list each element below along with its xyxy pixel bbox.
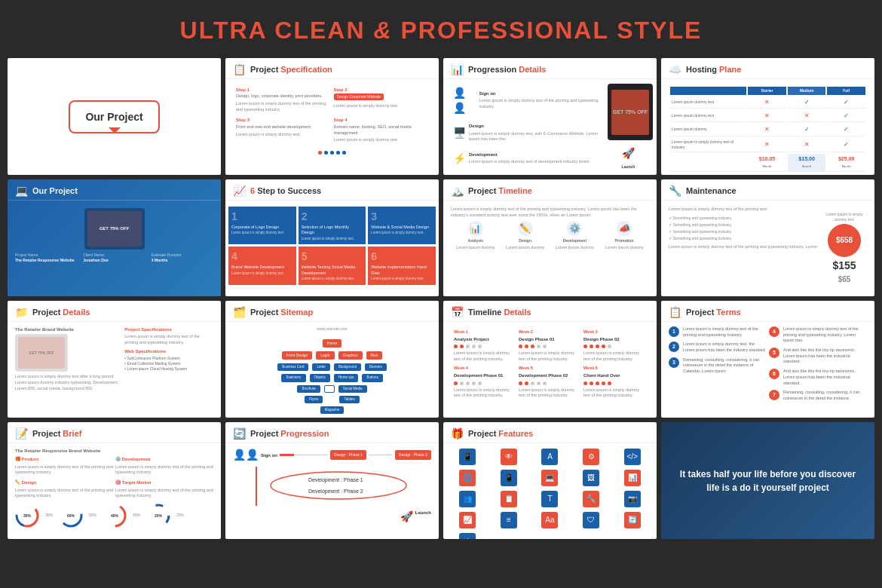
slide-hosting-plane: ☁️ Hosting Plane Starter Medium Full Lor… <box>661 58 874 175</box>
svg-point-5 <box>271 472 406 499</box>
slide6-icon: 📈 <box>233 185 246 197</box>
slide6-title: 6 Step to Success <box>250 186 321 195</box>
slides-grid: Our Project 📋 Project Specification Step… <box>0 58 882 547</box>
slide14-icon: 🔄 <box>233 427 246 439</box>
slide10-header: 🗂️ Project Sitemap <box>225 301 439 322</box>
svg-text:Development : Phase 1: Development : Phase 1 <box>308 477 363 483</box>
slide4-title: Hosting Plane <box>686 65 741 74</box>
slide12-title: Project Terms <box>686 308 741 317</box>
slide10-title: Project Sitemap <box>250 308 313 317</box>
slide8-icon: 🔧 <box>669 185 681 197</box>
slide-step-to-success: 📈 6 Step to Success 1 Corporate of Logo … <box>225 179 439 296</box>
slide13-content: The Retailer Responsive Brand Website 🎁 … <box>8 443 221 539</box>
slide2-content: Step 1 Design, logo, corporate identity,… <box>225 79 439 175</box>
title-amp: & <box>366 17 401 44</box>
slide12-icon: 📋 <box>669 306 681 318</box>
slide-project-features: 🎁 Project Features 📱 👁 A ⚙ </> <box>443 422 657 539</box>
slide15-icon: 🎁 <box>451 427 464 439</box>
slide-progression-details: 📊 Progression Details 👤👤 Sign on Lorem i… <box>443 58 657 175</box>
slide5-icon: 💻 <box>15 185 28 197</box>
slide2-title: Project Specification <box>250 65 332 74</box>
quote-text: It takes half your life before you disco… <box>672 467 863 495</box>
slide-project-progression: 🔄 Project Progression 👤👤 Sign on Design … <box>225 422 439 539</box>
slide7-icon: 🏔️ <box>451 185 464 197</box>
slide-project-sitemap: 🗂️ Project Sitemap www.yoursite.com Home… <box>225 301 439 418</box>
slide3-header: 📊 Progression Details <box>443 58 657 79</box>
slide2-icon: 📋 <box>233 63 246 75</box>
svg-text:Development : Phase 2: Development : Phase 2 <box>308 488 363 495</box>
slide4-header: ☁️ Hosting Plane <box>661 58 874 79</box>
slide11-icon: 📅 <box>451 306 464 318</box>
slide15-content: 📱 👁 A ⚙ </> 🌐 📱 <box>443 443 657 539</box>
slide12-header: 📋 Project Terms <box>661 301 874 322</box>
slide14-content: 👤👤 Sign on Design : Phase 1 Design : Pha… <box>225 443 439 539</box>
slide1-title: Our Project <box>85 111 142 123</box>
slide11-content: Week 1 Analysis Project Lorem ipsum is s… <box>443 322 657 418</box>
slide6-content: 1 Corporate of Logo Design Lorem ipsum i… <box>225 201 439 296</box>
title-part2: PROFESSIONAL STYLE <box>400 17 702 44</box>
slide8-header: 🔧 Maintenance <box>661 179 874 201</box>
page-title: ULTRA CLEAN & PROFESSIONAL STYLE <box>0 0 882 58</box>
slide-project-details: 📁 Project Details The Retailer Brand Web… <box>8 301 221 418</box>
slide15-title: Project Features <box>468 429 533 438</box>
slide9-content: The Retailer Brand Website GET 75% OFF L… <box>8 322 221 418</box>
slide13-title: Project Brief <box>32 429 81 438</box>
slide14-header: 🔄 Project Progression <box>225 422 439 443</box>
slide3-title: Progression Details <box>468 65 546 74</box>
slide9-icon: 📁 <box>15 306 28 318</box>
slide-project-brief: 📝 Project Brief The Retailer Responsive … <box>8 422 221 539</box>
slide11-title: Timeline Details <box>468 308 531 317</box>
speech-bubble: Our Project <box>69 100 159 133</box>
slide-our-project-simple: Our Project <box>8 58 221 175</box>
title-part1: ULTRA CLEAN <box>180 17 366 44</box>
slide-quote: It takes half your life before you disco… <box>661 422 874 539</box>
slide9-title: Project Details <box>32 308 90 317</box>
slide-timeline-details: 📅 Timeline Details Week 1 Analysis Proje… <box>443 301 657 418</box>
slide-our-project-blue: 💻 Our Project GET 75% OFF Project Name: … <box>8 179 221 296</box>
slide13-header: 📝 Project Brief <box>8 422 221 443</box>
slide4-content: Starter Medium Full Lorem ipsum dummy te… <box>661 79 874 175</box>
slide10-icon: 🗂️ <box>233 306 246 318</box>
slide9-header: 📁 Project Details <box>8 301 221 322</box>
slide13-icon: 📝 <box>15 427 28 439</box>
slide4-icon: ☁️ <box>669 63 681 75</box>
slide12-content: 1 Lorem ipsum is simply dummy text of th… <box>661 322 874 418</box>
slide5-header: 💻 Our Project <box>8 179 221 201</box>
slide3-icon: 📊 <box>451 63 464 75</box>
slide5-content: GET 75% OFF Project Name: The Retailer R… <box>8 201 221 296</box>
slide5-title: Our Project <box>32 186 78 195</box>
slide-project-terms: 📋 Project Terms 1 Lorem ipsum is simply … <box>661 301 874 418</box>
slide-project-timeline: 🏔️ Project Timeline Lorem ipsum is simpl… <box>443 179 657 296</box>
slide2-header: 📋 Project Specification <box>225 58 439 79</box>
slide7-header: 🏔️ Project Timeline <box>443 179 657 201</box>
slide6-header: 📈 6 Step to Success <box>225 179 439 201</box>
slide15-header: 🎁 Project Features <box>443 422 657 443</box>
slide-project-specification: 📋 Project Specification Step 1 Design, l… <box>225 58 439 175</box>
slide7-content: Lorem ipsum is simply dummy text of the … <box>443 201 657 296</box>
slide10-content: www.yoursite.com Home Front Design Login… <box>225 322 439 418</box>
slide7-title: Project Timeline <box>468 186 532 195</box>
slide14-title: Project Progression <box>250 429 329 438</box>
slide8-title: Maintenance <box>686 186 737 195</box>
slide8-content: Lorem ipsum is simply dummy text of the … <box>661 201 874 296</box>
slide3-content: 👤👤 Sign on Lorem ipsum is simply dummy t… <box>443 79 657 175</box>
slide11-header: 📅 Timeline Details <box>443 301 657 322</box>
slide-maintenance: 🔧 Maintenance Lorem ipsum is simply dumm… <box>661 179 874 296</box>
